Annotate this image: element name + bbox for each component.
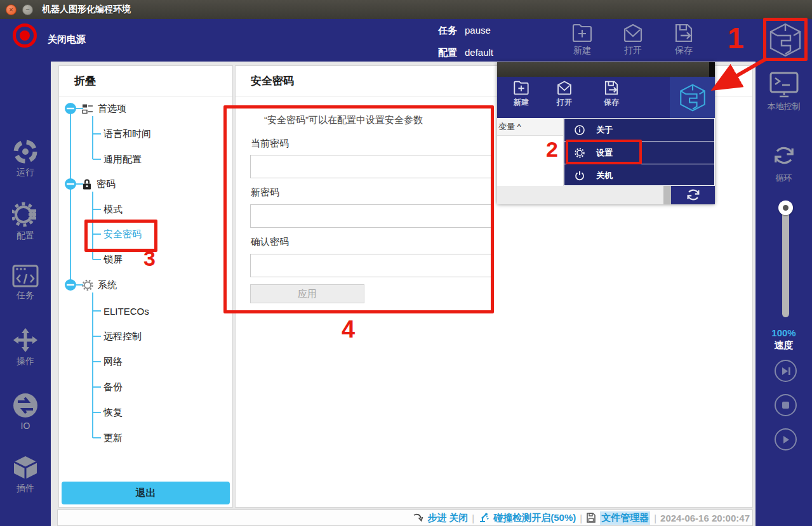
speed-value: 100%: [755, 327, 812, 338]
inset-titlebar: [497, 62, 715, 77]
collision-detection-icon: [478, 512, 489, 523]
tree-node-update[interactable]: 更新: [103, 432, 123, 444]
io-icon: [13, 393, 38, 418]
confirm-password-label: 确认密码: [251, 236, 289, 248]
new-password-input[interactable]: [250, 204, 492, 228]
loop-label: 循环: [755, 173, 812, 184]
inset-save-button[interactable]: 保存: [594, 80, 629, 108]
config-value: default: [465, 47, 493, 59]
new-button[interactable]: 新建: [562, 23, 602, 56]
new-folder-icon: [513, 80, 529, 96]
sidebar-item-io[interactable]: IO: [0, 393, 51, 431]
preferences-icon: [82, 103, 93, 114]
window-close-button[interactable]: ×: [6, 4, 17, 15]
current-password-label: 当前密码: [251, 138, 289, 150]
settings-tree-panel: 折叠 首选项 语言和时间 通用配置 密码 模式 安全密码 锁屏: [58, 65, 233, 508]
tree-node-safety-password[interactable]: 安全密码: [103, 228, 142, 240]
task-status: 任务 pause: [438, 25, 491, 37]
run-icon: [13, 139, 38, 164]
slider-thumb-dot: [783, 205, 789, 211]
tree-node-backup[interactable]: 备份: [103, 381, 123, 393]
task-code-icon: [12, 265, 39, 287]
inset-new-label: 新建: [503, 97, 539, 108]
save-icon: [673, 23, 695, 43]
save-button[interactable]: 保存: [663, 23, 704, 56]
io-label: IO: [0, 421, 51, 431]
inset-gray-strip: [663, 186, 671, 204]
inset-open-button[interactable]: 打开: [547, 80, 582, 108]
window-minimize-button[interactable]: −: [22, 4, 33, 15]
tree-node-network[interactable]: 网络: [103, 356, 123, 368]
apply-button[interactable]: 应用: [250, 284, 364, 303]
password-label: 密码: [97, 178, 116, 190]
exit-button[interactable]: 退出: [62, 482, 230, 504]
tree-node-restore[interactable]: 恢复: [103, 407, 123, 419]
tree-node-preferences[interactable]: 首选项: [82, 103, 126, 115]
collision-status[interactable]: 碰撞检测开启(50%): [493, 512, 576, 524]
tree-node-remote-control[interactable]: 远程控制: [103, 331, 142, 343]
inset-panel-body: [497, 136, 564, 186]
sidebar-item-run[interactable]: 运行: [0, 139, 51, 178]
config-label: 配置: [0, 230, 51, 242]
status-bar: 步进 关闭 | 碰撞检测开启(50%) | 文件管理器 | 2024-06-16…: [57, 510, 753, 526]
inset-background: [497, 186, 663, 204]
separator: |: [654, 513, 656, 523]
inset-logo-cell[interactable]: [670, 77, 715, 118]
tree-node-password[interactable]: 密码: [82, 178, 116, 190]
power-off-button[interactable]: [13, 23, 37, 48]
shutdown-label: 关机: [596, 170, 613, 181]
os-titlebar: × − 机器人图形化编程环境: [0, 0, 812, 19]
preferences-label: 首选项: [98, 103, 126, 115]
sidebar-item-task[interactable]: 任务: [0, 265, 51, 301]
app-logo-icon[interactable]: [768, 22, 802, 58]
safety-password-description: “安全密码”可以在配置中设置安全参数: [264, 114, 423, 126]
run-label: 运行: [0, 167, 51, 178]
tree-node-general-config[interactable]: 通用配置: [103, 154, 142, 166]
sidebar-item-operate[interactable]: 操作: [0, 327, 51, 367]
menu-item-about[interactable]: 关于: [564, 119, 714, 141]
loop-icon: [770, 141, 798, 169]
open-label: 打开: [613, 45, 653, 56]
settings-label: 设置: [596, 147, 613, 159]
sidebar-item-config[interactable]: 配置: [0, 201, 51, 242]
confirm-password-input[interactable]: [250, 254, 492, 277]
local-control-button[interactable]: 本地控制: [755, 71, 812, 112]
config-gear-icon: [12, 201, 39, 228]
play-button[interactable]: [775, 428, 797, 450]
new-folder-icon: [571, 23, 593, 43]
tree-node-elitecos[interactable]: ELITECOs: [103, 306, 149, 317]
inset-open-label: 打开: [547, 97, 582, 108]
save-label: 保存: [663, 45, 704, 56]
step-status[interactable]: 步进 关闭: [427, 512, 468, 524]
menu-item-shutdown[interactable]: 关机: [564, 164, 714, 187]
speed-slider-thumb[interactable]: [778, 201, 793, 215]
inset-new-button[interactable]: 新建: [503, 80, 539, 108]
stop-button[interactable]: [775, 394, 797, 416]
speed-slider-track[interactable]: [782, 203, 789, 317]
file-manager-button[interactable]: 文件管理器: [600, 511, 650, 525]
new-password-label: 新密码: [251, 187, 279, 199]
system-gear-icon: [82, 279, 93, 291]
clock: 2024-06-16 20:00:47: [660, 513, 750, 523]
operate-move-icon: [12, 327, 39, 353]
loop-button[interactable]: 循环: [755, 141, 812, 184]
skip-icon: [781, 367, 791, 376]
tree-node-language-time[interactable]: 语言和时间: [103, 128, 151, 140]
menu-item-settings[interactable]: 设置: [564, 141, 714, 164]
tree-node-lock-screen[interactable]: 锁屏: [103, 254, 123, 266]
inset-variables-panel-header: 变量 ^: [497, 118, 564, 136]
content-title: 安全密码: [251, 74, 294, 88]
play-icon: [782, 435, 790, 444]
open-button[interactable]: 打开: [613, 23, 653, 56]
menu-popup-inset: 新建 打开 保存 变量 ^: [497, 62, 715, 204]
tree-node-system[interactable]: 系统: [82, 279, 117, 291]
loop-icon: [684, 186, 703, 204]
separator: |: [472, 513, 474, 523]
tree-node-mode[interactable]: 模式: [103, 204, 123, 216]
inset-save-label: 保存: [594, 97, 629, 108]
current-password-input[interactable]: [250, 155, 492, 178]
separator: |: [580, 513, 582, 523]
sidebar-item-plugin[interactable]: 插件: [0, 455, 51, 494]
left-sidebar: 运行 配置 任务 操作 IO 插: [0, 62, 51, 526]
step-forward-button[interactable]: [775, 360, 797, 382]
